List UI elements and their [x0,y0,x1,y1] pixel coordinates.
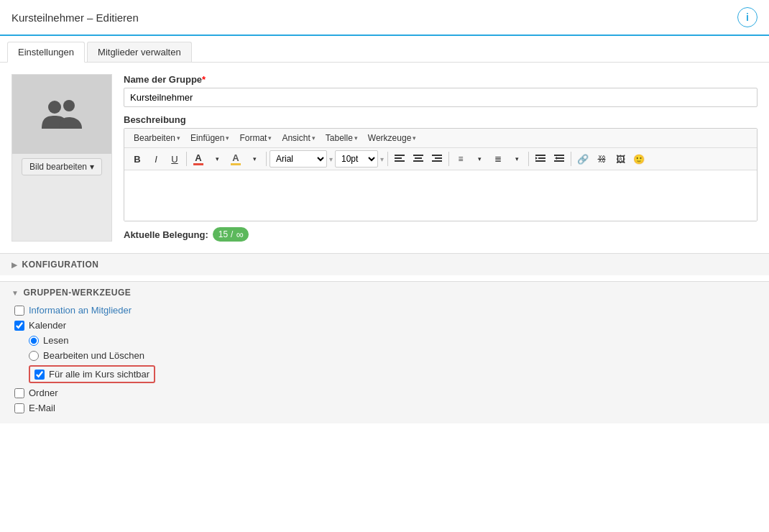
rich-text-editor: Bearbeiten ▾ Einfügen ▾ Format ▾ Ansicht… [124,128,758,221]
email-checkbox[interactable] [14,403,24,413]
info-button[interactable]: i [737,7,758,27]
kalender-checkbox[interactable] [14,321,24,331]
svg-rect-13 [535,160,545,162]
italic-button[interactable]: I [147,150,165,168]
menu-ansicht[interactable]: Ansicht ▾ [277,131,320,145]
tool-fuer-alle-row: Für alle im Kurs sichtbar [11,365,758,383]
tool-lesen-row: Lesen [11,335,758,346]
edit-image-button[interactable]: Bild bearbeiten ▾ [22,158,102,175]
font-color-arrow[interactable]: ▾ [208,150,226,168]
bearbeiten-arrow: ▾ [177,134,180,142]
tool-email-row: E-Mail [11,403,758,413]
image-icon: 🖼 [616,154,625,165]
group-name-input[interactable] [124,88,758,107]
font-family-select[interactable]: Arial Times New Roman Verdana [270,150,327,168]
bold-button[interactable]: B [129,150,146,168]
einfuegen-arrow: ▾ [226,134,229,142]
menu-einfuegen[interactable]: Einfügen ▾ [185,131,234,145]
outdent-button[interactable] [551,150,568,168]
editor-body[interactable] [124,170,757,221]
tabelle-arrow: ▾ [354,134,358,142]
kalender-label[interactable]: Kalender [29,320,66,331]
fuer-alle-label[interactable]: Für alle im Kurs sichtbar [49,369,149,380]
unordered-list-button[interactable]: ≡ [452,150,469,168]
indent-icon [535,154,545,164]
unordered-list-arrow[interactable]: ▾ [471,150,488,168]
information-label[interactable]: Information an Mitglieder [29,305,132,316]
align-right-icon [432,154,442,164]
svg-rect-7 [413,160,423,162]
font-size-select[interactable]: 10pt 12pt 14pt [335,150,378,168]
svg-rect-12 [538,157,545,159]
gruppen-werkzeuge-section: ▼ GRUPPEN-WERKZEUGE Information an Mitgl… [0,281,769,423]
belegung-infinity: ∞ [236,229,243,240]
gruppen-werkzeuge-label: GRUPPEN-WERKZEUGE [23,288,131,298]
outdent-icon [554,154,564,164]
align-right-button[interactable] [428,150,446,168]
bg-color-label: A [232,152,239,163]
form-fields: Name der Gruppe* Beschreibung Bearbeiten… [124,74,758,242]
tabs-bar: Einstellungen Mitglieder verwalten [0,36,769,63]
align-center-icon [413,154,423,164]
font-color-bar [193,163,203,165]
belegung-badge: 15 / ∞ [213,227,249,242]
avatar-box: Bild bearbeiten ▾ [11,74,112,242]
bg-color-button[interactable]: A [227,150,244,168]
konfiguration-header[interactable]: ▶ KONFIGURATION [11,260,758,270]
bearbeiten-loeschen-radio[interactable] [29,351,39,361]
tab-einstellungen[interactable]: Einstellungen [7,42,85,63]
ordner-label[interactable]: Ordner [29,387,57,398]
avatar-svg [39,91,85,137]
menu-format[interactable]: Format ▾ [234,131,277,145]
font-color-label: A [195,152,201,163]
bg-color-arrow[interactable]: ▾ [246,150,263,168]
link-button[interactable]: 🔗 [574,150,591,168]
separator-4 [448,152,449,166]
svg-point-1 [63,100,75,111]
menu-bearbeiten[interactable]: Bearbeiten ▾ [129,131,185,145]
svg-rect-16 [557,157,564,159]
align-center-button[interactable] [410,150,427,168]
email-label[interactable]: E-Mail [29,403,55,413]
gruppen-werkzeuge-header[interactable]: ▼ GRUPPEN-WERKZEUGE [11,288,758,298]
align-left-button[interactable] [391,150,408,168]
editor-menubar: Bearbeiten ▾ Einfügen ▾ Format ▾ Ansicht… [124,129,757,148]
belegung-label: Aktuelle Belegung: [124,229,208,240]
ordered-list-button[interactable]: ≣ [489,150,507,168]
svg-rect-11 [535,155,545,156]
menu-tabelle[interactable]: Tabelle ▾ [321,131,363,145]
image-button[interactable]: 🖼 [612,150,629,168]
fuer-alle-checkbox[interactable] [34,370,45,380]
gruppen-werkzeuge-arrow: ▼ [11,289,19,297]
align-left-icon [395,154,405,164]
tool-bearbeiten-loeschen-row: Bearbeiten und Löschen [11,350,758,361]
emoji-button[interactable]: 🙂 [630,150,648,168]
unordered-list-icon: ≡ [458,154,463,164]
konfiguration-section: ▶ KONFIGURATION [0,253,769,275]
tab-mitglieder[interactable]: Mitglieder verwalten [87,42,192,62]
svg-rect-2 [395,155,405,156]
bg-color-bar [231,163,241,165]
bearbeiten-loeschen-label[interactable]: Bearbeiten und Löschen [43,350,144,361]
ordered-list-icon: ≣ [494,154,502,164]
separator-5 [528,152,529,166]
menu-werkzeuge[interactable]: Werkzeuge ▾ [363,131,421,145]
separator-1 [186,152,187,166]
svg-rect-9 [435,157,442,159]
indent-button[interactable] [532,150,549,168]
lesen-label[interactable]: Lesen [43,335,68,346]
font-color-button[interactable]: A [190,150,207,168]
page-header: Kursteilnehmer – Editieren i [0,0,769,36]
ordner-checkbox[interactable] [14,388,24,398]
font-select-arrow: ▾ [329,155,333,163]
underline-button[interactable]: U [166,150,183,168]
ordered-list-arrow[interactable]: ▾ [508,150,525,168]
ansicht-arrow: ▾ [312,134,316,142]
information-checkbox[interactable] [14,306,24,316]
konfiguration-arrow: ▶ [11,261,18,269]
format-arrow: ▾ [268,134,272,142]
unlink-button[interactable]: ⛓ [593,150,610,168]
svg-rect-15 [554,155,564,156]
lesen-radio[interactable] [29,336,39,346]
link-icon: 🔗 [577,154,589,165]
